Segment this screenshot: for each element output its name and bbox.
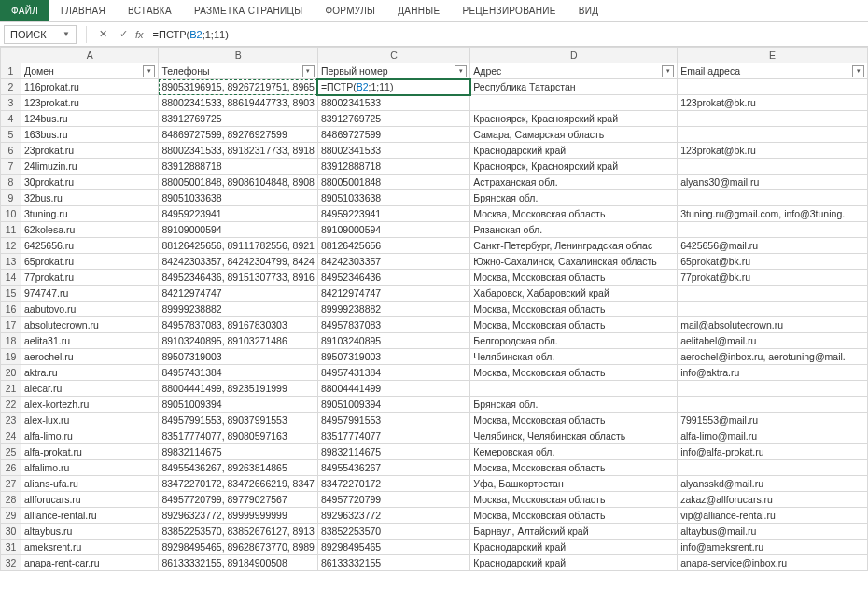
cell[interactable]: 89051033638: [317, 190, 469, 206]
header-cell[interactable]: Домен▾: [21, 63, 158, 79]
cell[interactable]: 89999238882: [317, 302, 469, 317]
cell[interactable]: alfa-prokat.ru: [21, 444, 158, 460]
row-header[interactable]: 7: [1, 159, 21, 175]
cell[interactable]: [678, 460, 868, 476]
cell[interactable]: 88126425656: [317, 238, 469, 254]
ribbon-tab-главная[interactable]: ГЛАВНАЯ: [49, 0, 117, 21]
filter-dropdown-icon[interactable]: ▾: [302, 65, 315, 77]
cell[interactable]: alex-kortezh.ru: [21, 397, 158, 413]
cell[interactable]: 84957837083: [317, 317, 469, 333]
cell[interactable]: Москва, Московская область: [470, 317, 678, 333]
cell[interactable]: 123prokat.ru: [21, 95, 158, 111]
cell[interactable]: 88005001848: [317, 175, 469, 190]
row-header[interactable]: 19: [1, 349, 21, 365]
cell[interactable]: 23prokat.ru: [21, 143, 158, 159]
cell[interactable]: 89103240895: [317, 333, 469, 349]
cell[interactable]: [678, 286, 868, 302]
cell[interactable]: allforucars.ru: [21, 492, 158, 508]
cell[interactable]: 83912888718: [317, 159, 469, 175]
cell[interactable]: 89298495465: [317, 540, 469, 555]
filter-dropdown-icon[interactable]: ▾: [852, 65, 864, 77]
cell[interactable]: [678, 79, 868, 95]
cell[interactable]: 84957837083, 89167830303: [159, 317, 318, 333]
cell[interactable]: 116prokat.ru: [21, 79, 158, 95]
cell[interactable]: Челябинск, Челябинская область: [470, 428, 678, 444]
cell[interactable]: aktra.ru: [21, 365, 158, 381]
cell[interactable]: Кемеровская обл.: [470, 444, 678, 460]
cell[interactable]: Рязанская обл.: [470, 222, 678, 238]
row-header[interactable]: 5: [1, 127, 21, 143]
row-header[interactable]: 10: [1, 206, 21, 222]
cell[interactable]: Красноярск, Красноярский край: [470, 111, 678, 127]
row-header[interactable]: 13: [1, 254, 21, 270]
cell[interactable]: 88005001848, 89086104848, 8908: [159, 175, 318, 190]
accept-icon[interactable]: ✓: [116, 28, 131, 40]
cell[interactable]: [470, 381, 678, 397]
cell[interactable]: Республика Татарстан: [470, 79, 678, 95]
cell[interactable]: 84957720799, 89779027567: [159, 492, 318, 508]
header-cell[interactable]: Первый номер▾: [317, 63, 469, 79]
cell[interactable]: 163bus.ru: [21, 127, 158, 143]
cell[interactable]: [678, 222, 868, 238]
cell[interactable]: Москва, Московская область: [470, 413, 678, 428]
cell[interactable]: altaybus@mail.ru: [678, 524, 868, 540]
cell[interactable]: vip@alliance-rental.ru: [678, 508, 868, 524]
cell[interactable]: 123prokat@bk.ru: [678, 95, 868, 111]
worksheet[interactable]: ABCDE1Домен▾Телефоны▾Первый номер▾Адрес▾…: [0, 47, 868, 571]
cell[interactable]: info@alfa-prokat.ru: [678, 444, 868, 460]
cell[interactable]: 83472270172, 83472666219, 8347: [159, 476, 318, 492]
cell[interactable]: aerochel.ru: [21, 349, 158, 365]
cell[interactable]: 84212974747: [317, 286, 469, 302]
cell[interactable]: Уфа, Башкортостан: [470, 476, 678, 492]
cell[interactable]: [678, 381, 868, 397]
col-header-B[interactable]: B: [159, 48, 318, 63]
cell[interactable]: Краснодарский край: [470, 540, 678, 555]
cell[interactable]: 89507319003: [317, 349, 469, 365]
filter-dropdown-icon[interactable]: ▾: [143, 65, 155, 77]
cell[interactable]: [678, 190, 868, 206]
cell[interactable]: ameksrent.ru: [21, 540, 158, 555]
cell[interactable]: aelita31.ru: [21, 333, 158, 349]
cell[interactable]: 6425656@mail.ru: [678, 238, 868, 254]
cell[interactable]: Санкт-Петербург, Ленинградская облас: [470, 238, 678, 254]
row-header[interactable]: 22: [1, 397, 21, 413]
cell[interactable]: 86133332155, 89184900508: [159, 555, 318, 571]
cell[interactable]: Брянская обл.: [470, 190, 678, 206]
cell[interactable]: 3tuning.ru: [21, 206, 158, 222]
row-header[interactable]: 6: [1, 143, 21, 159]
cell[interactable]: Хабаровск, Хабаровский край: [470, 286, 678, 302]
row-header[interactable]: 15: [1, 286, 21, 302]
cell[interactable]: Самара, Самарская область: [470, 127, 678, 143]
cell[interactable]: alfalimo.ru: [21, 460, 158, 476]
cell[interactable]: 84212974747: [159, 286, 318, 302]
chevron-down-icon[interactable]: ▼: [63, 30, 70, 38]
ribbon-tab-формулы[interactable]: ФОРМУЛЫ: [314, 0, 386, 21]
cell[interactable]: 89053196915, 89267219751, 8965: [159, 79, 318, 95]
cell[interactable]: Челябинская обл.: [470, 349, 678, 365]
cell[interactable]: info@ameksrent.ru: [678, 540, 868, 555]
cell[interactable]: [678, 397, 868, 413]
cell[interactable]: 30prokat.ru: [21, 175, 158, 190]
cell[interactable]: 89507319003: [159, 349, 318, 365]
cell[interactable]: alyansskd@mail.ru: [678, 476, 868, 492]
row-header[interactable]: 30: [1, 524, 21, 540]
row-header[interactable]: 28: [1, 492, 21, 508]
cell[interactable]: 84242303357, 84242304799, 8424: [159, 254, 318, 270]
row-header[interactable]: 26: [1, 460, 21, 476]
cell[interactable]: 65prokat@bk.ru: [678, 254, 868, 270]
row-header[interactable]: 18: [1, 333, 21, 349]
row-header[interactable]: 14: [1, 270, 21, 286]
cell[interactable]: 65prokat.ru: [21, 254, 158, 270]
cell[interactable]: 83472270172: [317, 476, 469, 492]
row-header[interactable]: 23: [1, 413, 21, 428]
cell[interactable]: Астраханская обл.: [470, 175, 678, 190]
row-header[interactable]: 20: [1, 365, 21, 381]
cell[interactable]: 84957991553, 89037991553: [159, 413, 318, 428]
cell[interactable]: alecar.ru: [21, 381, 158, 397]
cell[interactable]: aabutovo.ru: [21, 302, 158, 317]
cell[interactable]: Барнаул, Алтайский край: [470, 524, 678, 540]
header-cell[interactable]: Адрес▾: [470, 63, 678, 79]
cell[interactable]: 83912769725: [159, 111, 318, 127]
cell[interactable]: 84952346436: [317, 270, 469, 286]
cell[interactable]: 32bus.ru: [21, 190, 158, 206]
